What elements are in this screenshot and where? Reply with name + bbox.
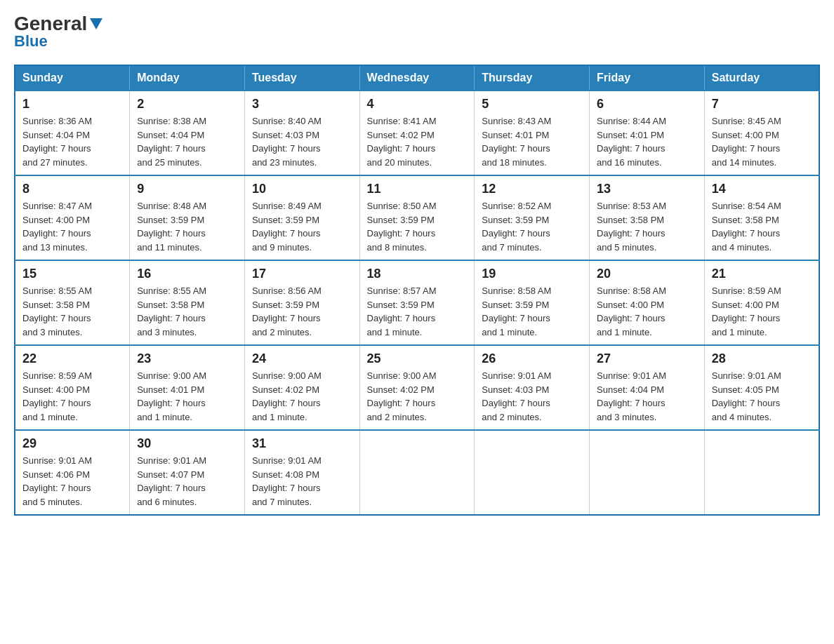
day-info: Sunrise: 8:55 AMSunset: 3:58 PMDaylight:… [22,284,122,339]
day-number: 9 [137,182,237,196]
header-sunday: Sunday [15,65,130,90]
header-row: SundayMondayTuesdayWednesdayThursdayFrid… [15,65,819,90]
day-number: 31 [252,436,352,451]
day-number: 24 [252,351,352,366]
calendar-cell: 1Sunrise: 8:36 AMSunset: 4:04 PMDaylight… [15,90,130,175]
day-number: 19 [482,267,582,281]
calendar-cell: 24Sunrise: 9:00 AMSunset: 4:02 PMDayligh… [244,345,359,430]
calendar-cell: 18Sunrise: 8:57 AMSunset: 3:59 PMDayligh… [359,260,475,345]
day-number: 11 [367,182,468,196]
week-row-2: 8Sunrise: 8:47 AMSunset: 4:00 PMDaylight… [15,175,819,260]
day-number: 21 [712,267,812,281]
day-info: Sunrise: 9:01 AMSunset: 4:03 PMDaylight:… [482,369,582,424]
week-row-5: 29Sunrise: 9:01 AMSunset: 4:06 PMDayligh… [15,430,819,515]
day-info: Sunrise: 9:00 AMSunset: 4:02 PMDaylight:… [252,369,352,424]
calendar-cell: 7Sunrise: 8:45 AMSunset: 4:00 PMDaylight… [704,90,819,175]
day-number: 12 [482,182,582,196]
day-number: 14 [712,182,812,196]
calendar-cell: 15Sunrise: 8:55 AMSunset: 3:58 PMDayligh… [15,260,130,345]
calendar-body: 1Sunrise: 8:36 AMSunset: 4:04 PMDaylight… [15,90,819,515]
day-number: 8 [22,182,122,196]
day-info: Sunrise: 8:54 AMSunset: 3:58 PMDaylight:… [712,199,812,254]
logo: General Blue [14,14,104,51]
calendar-cell [704,430,819,515]
day-info: Sunrise: 8:36 AMSunset: 4:04 PMDaylight:… [22,114,122,169]
calendar-cell: 19Sunrise: 8:58 AMSunset: 3:59 PMDayligh… [475,260,590,345]
day-info: Sunrise: 8:50 AMSunset: 3:59 PMDaylight:… [367,199,468,254]
day-number: 30 [137,436,237,451]
calendar-cell: 31Sunrise: 9:01 AMSunset: 4:08 PMDayligh… [244,430,359,515]
calendar-cell: 25Sunrise: 9:00 AMSunset: 4:02 PMDayligh… [359,345,475,430]
day-number: 16 [137,267,237,281]
week-row-3: 15Sunrise: 8:55 AMSunset: 3:58 PMDayligh… [15,260,819,345]
calendar-cell: 29Sunrise: 9:01 AMSunset: 4:06 PMDayligh… [15,430,130,515]
calendar-cell [359,430,475,515]
day-info: Sunrise: 8:53 AMSunset: 3:58 PMDaylight:… [597,199,697,254]
day-info: Sunrise: 8:38 AMSunset: 4:04 PMDaylight:… [137,114,237,169]
day-info: Sunrise: 8:56 AMSunset: 3:59 PMDaylight:… [252,284,352,339]
calendar-cell: 8Sunrise: 8:47 AMSunset: 4:00 PMDaylight… [15,175,130,260]
calendar-cell: 26Sunrise: 9:01 AMSunset: 4:03 PMDayligh… [475,345,590,430]
day-info: Sunrise: 9:01 AMSunset: 4:08 PMDaylight:… [252,454,352,509]
calendar-cell [590,430,705,515]
calendar-cell: 28Sunrise: 9:01 AMSunset: 4:05 PMDayligh… [704,345,819,430]
day-number: 6 [597,97,697,112]
day-number: 4 [367,97,468,112]
day-info: Sunrise: 9:01 AMSunset: 4:04 PMDaylight:… [597,369,697,424]
day-info: Sunrise: 9:01 AMSunset: 4:05 PMDaylight:… [712,369,812,424]
day-number: 5 [482,97,582,112]
day-info: Sunrise: 8:49 AMSunset: 3:59 PMDaylight:… [252,199,352,254]
calendar-cell: 16Sunrise: 8:55 AMSunset: 3:58 PMDayligh… [130,260,245,345]
day-info: Sunrise: 8:57 AMSunset: 3:59 PMDaylight:… [367,284,468,339]
header-wednesday: Wednesday [359,65,475,90]
calendar-cell: 30Sunrise: 9:01 AMSunset: 4:07 PMDayligh… [130,430,245,515]
calendar-cell: 12Sunrise: 8:52 AMSunset: 3:59 PMDayligh… [475,175,590,260]
day-number: 25 [367,351,468,366]
day-number: 26 [482,351,582,366]
day-info: Sunrise: 8:52 AMSunset: 3:59 PMDaylight:… [482,199,582,254]
calendar-cell: 5Sunrise: 8:43 AMSunset: 4:01 PMDaylight… [475,90,590,175]
day-info: Sunrise: 8:58 AMSunset: 3:59 PMDaylight:… [482,284,582,339]
header-monday: Monday [130,65,245,90]
day-number: 17 [252,267,352,281]
day-number: 3 [252,97,352,112]
calendar-cell: 2Sunrise: 8:38 AMSunset: 4:04 PMDaylight… [130,90,245,175]
calendar-cell: 13Sunrise: 8:53 AMSunset: 3:58 PMDayligh… [590,175,705,260]
header-friday: Friday [590,65,705,90]
day-number: 22 [22,351,122,366]
calendar-header: SundayMondayTuesdayWednesdayThursdayFrid… [15,65,819,90]
calendar-cell: 4Sunrise: 8:41 AMSunset: 4:02 PMDaylight… [359,90,475,175]
header-thursday: Thursday [475,65,590,90]
day-number: 27 [597,351,697,366]
day-number: 23 [137,351,237,366]
calendar-cell: 14Sunrise: 8:54 AMSunset: 3:58 PMDayligh… [704,175,819,260]
calendar-cell: 20Sunrise: 8:58 AMSunset: 4:00 PMDayligh… [590,260,705,345]
day-info: Sunrise: 8:47 AMSunset: 4:00 PMDaylight:… [22,199,122,254]
logo-general-text: General [14,14,87,34]
logo-blue-text: Blue [14,32,48,51]
calendar-cell: 3Sunrise: 8:40 AMSunset: 4:03 PMDaylight… [244,90,359,175]
day-number: 10 [252,182,352,196]
week-row-4: 22Sunrise: 8:59 AMSunset: 4:00 PMDayligh… [15,345,819,430]
svg-marker-0 [90,18,102,29]
day-number: 28 [712,351,812,366]
day-info: Sunrise: 9:01 AMSunset: 4:07 PMDaylight:… [137,454,237,509]
calendar-cell [475,430,590,515]
day-info: Sunrise: 9:01 AMSunset: 4:06 PMDaylight:… [22,454,122,509]
day-info: Sunrise: 8:45 AMSunset: 4:00 PMDaylight:… [712,114,812,169]
day-number: 20 [597,267,697,281]
day-number: 15 [22,267,122,281]
day-info: Sunrise: 8:55 AMSunset: 3:58 PMDaylight:… [137,284,237,339]
day-info: Sunrise: 9:00 AMSunset: 4:02 PMDaylight:… [367,369,468,424]
calendar-cell: 10Sunrise: 8:49 AMSunset: 3:59 PMDayligh… [244,175,359,260]
day-number: 1 [22,97,122,112]
header-tuesday: Tuesday [244,65,359,90]
calendar-cell: 9Sunrise: 8:48 AMSunset: 3:59 PMDaylight… [130,175,245,260]
day-info: Sunrise: 8:59 AMSunset: 4:00 PMDaylight:… [712,284,812,339]
day-number: 2 [137,97,237,112]
header-saturday: Saturday [704,65,819,90]
day-info: Sunrise: 8:40 AMSunset: 4:03 PMDaylight:… [252,114,352,169]
day-info: Sunrise: 8:58 AMSunset: 4:00 PMDaylight:… [597,284,697,339]
calendar-cell: 27Sunrise: 9:01 AMSunset: 4:04 PMDayligh… [590,345,705,430]
day-number: 7 [712,97,812,112]
